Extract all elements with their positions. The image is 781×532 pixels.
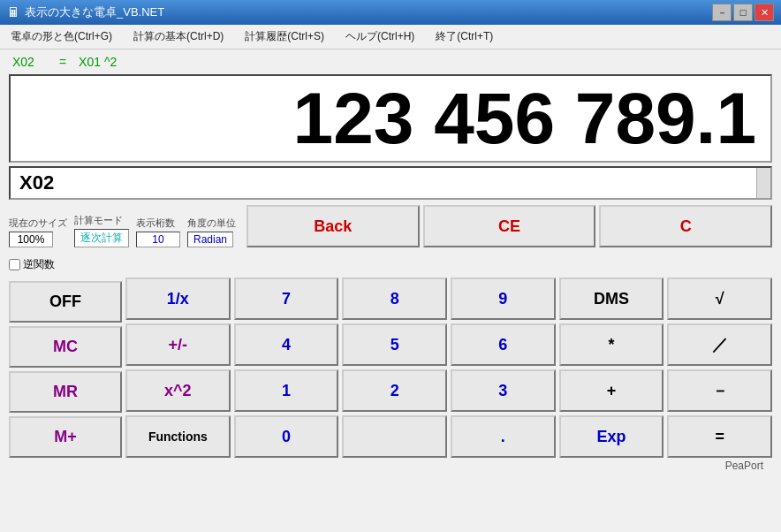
menu-item-help[interactable]: ヘルプ(Ctrl+H) — [342, 27, 418, 46]
title-bar: 🖩 表示の大きな電卓_VB.NET － □ ✕ — [0, 0, 781, 25]
equals-button[interactable]: = — [667, 415, 772, 458]
mode-label: 計算モード — [74, 214, 123, 227]
app-icon: 🖩 — [7, 5, 19, 19]
digit-3[interactable]: 3 — [451, 369, 556, 412]
memory-value: X02 — [19, 171, 54, 194]
digit-1[interactable]: 1 — [234, 369, 339, 412]
digits-label: 表示桁数 — [136, 217, 175, 230]
divide-button[interactable]: ／ — [667, 323, 772, 366]
off-button[interactable]: OFF — [9, 281, 122, 323]
mc-button[interactable]: MC — [9, 326, 122, 368]
plusminus-button[interactable]: +/- — [125, 323, 231, 366]
digit-7[interactable]: 7 — [234, 277, 339, 320]
c-button[interactable]: C — [599, 205, 772, 247]
digit-0[interactable]: 0 — [234, 415, 339, 458]
mode-control: 計算モード 逐次計算 — [74, 214, 129, 247]
angle-control: 角度の単位 Radian — [187, 217, 236, 247]
peaport-label: PeaPort — [9, 460, 772, 472]
size-label: 現在のサイズ — [9, 217, 67, 230]
digits-value: 10 — [136, 232, 180, 247]
reciprocal-button[interactable]: 1/x — [125, 277, 231, 320]
digit-8[interactable]: 8 — [342, 277, 447, 320]
inverse-checkbox[interactable] — [9, 259, 20, 270]
digits-control: 表示桁数 10 — [136, 217, 180, 247]
digit-9[interactable]: 9 — [451, 277, 556, 320]
angle-value: Radian — [187, 232, 233, 247]
main-area: X02 = X01 ^2 123 456 789.1 X02 現在のサイズ 10… — [0, 49, 781, 477]
minus-button[interactable]: － — [667, 369, 772, 412]
formula-bar: X02 = X01 ^2 — [9, 55, 772, 71]
menu-item-exit[interactable]: 終了(Ctrl+T) — [432, 27, 497, 46]
plus-button[interactable]: + — [559, 369, 664, 412]
functions-button[interactable]: Functions — [125, 415, 231, 458]
angle-label: 角度の単位 — [187, 217, 236, 230]
mr-button[interactable]: MR — [9, 371, 122, 413]
menu-item-shape[interactable]: 電卓の形と色(Ctrl+G) — [7, 27, 116, 46]
display-number: 123 456 789.1 — [293, 77, 756, 160]
dms-button[interactable]: DMS — [559, 277, 664, 320]
digit-6[interactable]: 6 — [451, 323, 556, 366]
exp-button[interactable]: Exp — [559, 415, 664, 458]
digit-empty — [342, 415, 447, 458]
size-control: 現在のサイズ 100% — [9, 217, 67, 247]
inverse-text: 逆関数 — [23, 257, 55, 272]
decimal-button[interactable]: . — [451, 415, 556, 458]
close-button[interactable]: ✕ — [754, 4, 774, 21]
scrollbar[interactable] — [756, 168, 770, 198]
mode-value: 逐次計算 — [74, 229, 129, 247]
minimize-button[interactable]: － — [712, 4, 732, 21]
menu-bar: 電卓の形と色(Ctrl+G) 計算の基本(Ctrl+D) 計算履歴(Ctrl+S… — [0, 25, 781, 49]
maximize-button[interactable]: □ — [733, 4, 753, 21]
display-box: 123 456 789.1 — [9, 74, 772, 163]
size-value: 100% — [9, 232, 53, 247]
digit-2[interactable]: 2 — [342, 369, 447, 412]
mplus-button[interactable]: M+ — [9, 416, 122, 458]
window-controls: － □ ✕ — [712, 4, 774, 21]
digit-4[interactable]: 4 — [234, 323, 339, 366]
ce-button[interactable]: CE — [423, 205, 596, 247]
inverse-label: 逆関数 — [9, 257, 55, 272]
digit-5[interactable]: 5 — [342, 323, 447, 366]
square-button[interactable]: x^2 — [125, 369, 231, 412]
menu-item-basic[interactable]: 計算の基本(Ctrl+D) — [130, 27, 227, 46]
back-button[interactable]: Back — [246, 205, 420, 247]
sqrt-button[interactable]: √ — [667, 277, 772, 320]
menu-item-history[interactable]: 計算履歴(Ctrl+S) — [241, 27, 328, 46]
memory-bar: X02 — [9, 166, 772, 200]
multiply-button[interactable]: * — [559, 323, 664, 366]
title-text: 表示の大きな電卓_VB.NET — [25, 4, 164, 20]
